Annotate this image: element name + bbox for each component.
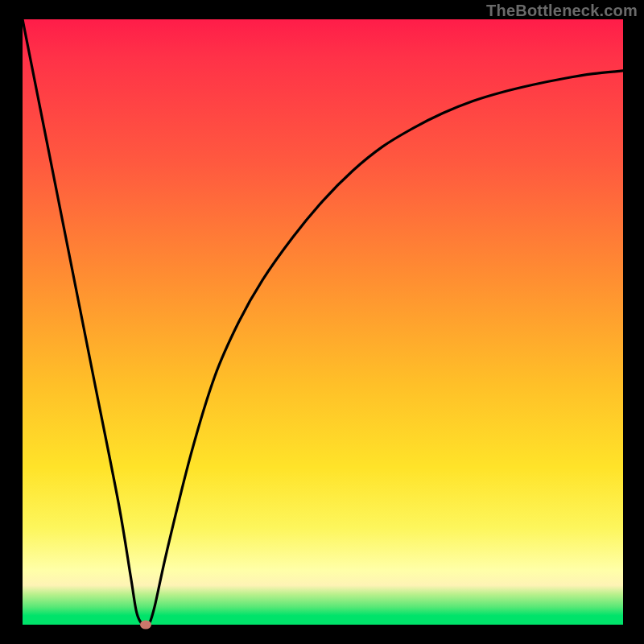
plot-gradient-background: [23, 19, 623, 625]
optimal-point-marker: [140, 621, 151, 630]
chart-frame: TheBottleneck.com: [0, 0, 644, 644]
watermark-label: TheBottleneck.com: [486, 2, 638, 20]
